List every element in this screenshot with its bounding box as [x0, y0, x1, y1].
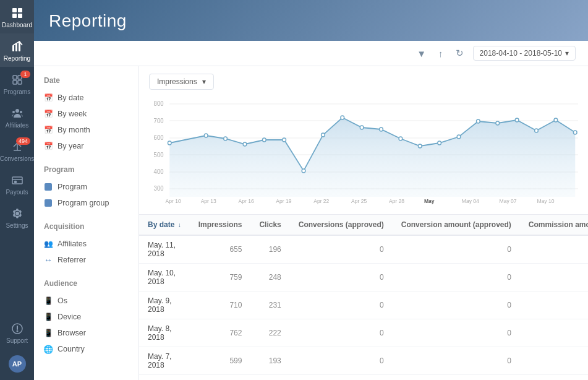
cell-date: May. 10, 2018: [139, 264, 190, 291]
date-range-button[interactable]: 2018-04-10 - 2018-05-10 ▾: [473, 46, 576, 61]
svg-point-42: [380, 127, 383, 131]
svg-point-13: [12, 111, 15, 113]
svg-rect-10: [13, 80, 17, 84]
svg-point-38: [302, 169, 305, 173]
col-conv-amount[interactable]: Conversion amount (approved): [393, 215, 520, 235]
table-row: May. 10, 2018 759 248 0 0 0: [139, 264, 588, 291]
people-icon: 👥: [44, 240, 53, 248]
svg-point-35: [243, 142, 247, 146]
svg-rect-15: [12, 177, 22, 184]
panel-item-device[interactable]: 📱 Device: [34, 309, 138, 325]
toolbar: ▼ ↑ ↻ 2018-04-10 - 2018-05-10 ▾: [34, 41, 588, 66]
cell-impressions: 762: [190, 319, 251, 347]
cell-comm-amount: 0: [520, 347, 588, 375]
cell-clicks: 193: [250, 347, 289, 375]
col-comm-amount[interactable]: Commission amount (approved): [520, 215, 588, 235]
svg-rect-8: [13, 76, 17, 79]
panel-item-country[interactable]: 🌐 Country: [34, 341, 138, 357]
svg-point-40: [341, 116, 344, 119]
chart-area: Impressions ▾ 800 700: [139, 66, 588, 215]
sidebar-item-dashboard[interactable]: Dashboard: [0, 0, 34, 33]
panel-item-label: By date: [58, 93, 83, 102]
col-clicks[interactable]: Clicks: [250, 215, 289, 235]
svg-text:500: 500: [154, 152, 164, 158]
panel-item-os[interactable]: 📱 Os: [34, 293, 138, 309]
table-header-row: By date ↓ Impressions Clicks Conversions…: [139, 215, 588, 235]
svg-text:May 10: May 10: [537, 198, 554, 204]
cell-conv-amount: 0: [393, 264, 520, 291]
cell-conv-amount: 0: [393, 235, 520, 264]
filter-icon[interactable]: ▼: [414, 46, 429, 61]
panel-item-by-date[interactable]: 📅 By date: [34, 90, 138, 106]
panel-item-by-month[interactable]: 📅 By month: [34, 122, 138, 138]
cell-comm-amount: 0: [520, 235, 588, 264]
globe-icon: 🌐: [44, 345, 53, 353]
payouts-icon: [11, 173, 24, 187]
cell-date: May. 7, 2018: [139, 347, 190, 375]
sidebar-item-conversions[interactable]: 494 Conversions: [0, 134, 34, 167]
panel-item-label: Program group: [58, 199, 109, 207]
sidebar-item-affiliates[interactable]: Affiliates: [0, 100, 34, 134]
sidebar-item-payouts[interactable]: Payouts: [0, 167, 34, 201]
avatar: AP: [9, 355, 26, 373]
dropdown-chevron-icon: ▾: [202, 77, 206, 86]
user-avatar-item[interactable]: AP: [0, 349, 34, 380]
sidebar-item-label: Dashboard: [2, 22, 32, 28]
svg-point-52: [573, 131, 577, 134]
svg-point-51: [554, 118, 558, 122]
cell-conv-amount: 0: [393, 347, 520, 375]
col-date[interactable]: By date ↓: [139, 215, 190, 235]
panel-item-label: Device: [58, 313, 81, 321]
sidebar-item-label: Programs: [4, 89, 30, 95]
svg-text:Apr 22: Apr 22: [313, 198, 329, 204]
panel-item-label: Country: [58, 345, 85, 353]
panel-item-program[interactable]: Program: [34, 179, 138, 195]
impressions-dropdown[interactable]: Impressions ▾: [149, 74, 214, 90]
sidebar-item-label: Support: [6, 337, 28, 344]
panel-item-by-year[interactable]: 📅 By year: [34, 138, 138, 154]
svg-point-46: [457, 135, 461, 139]
cell-impressions: 655: [190, 235, 251, 264]
panel-item-affiliates[interactable]: 👥 Affiliates: [34, 236, 138, 252]
cell-impressions: 759: [190, 264, 251, 291]
svg-text:Apr 25: Apr 25: [351, 198, 367, 204]
panel-item-by-week[interactable]: 📅 By week: [34, 106, 138, 122]
col-impressions[interactable]: Impressions: [190, 215, 251, 235]
refresh-icon[interactable]: ↻: [453, 46, 467, 61]
panel-item-label: By year: [58, 142, 83, 150]
conversions-badge: 494: [16, 137, 30, 145]
table-row: May. 11, 2018 655 196 0 0 0: [139, 235, 588, 264]
sidebar: Dashboard Reporting 1 Programs: [0, 0, 34, 380]
col-conversions[interactable]: Conversions (approved): [290, 215, 393, 235]
svg-point-17: [14, 181, 16, 183]
table-row: May. 8, 2018 762 222 0 0 0: [139, 319, 588, 347]
sidebar-item-programs[interactable]: 1 Programs: [0, 67, 34, 100]
svg-point-12: [15, 109, 19, 113]
panel-item-browser[interactable]: 📱 Browser: [34, 325, 138, 341]
chevron-down-icon: ▾: [565, 49, 569, 58]
svg-point-48: [496, 121, 500, 125]
program-section-title: Program: [34, 165, 138, 179]
svg-point-33: [204, 134, 208, 137]
sidebar-item-label: Conversions: [0, 155, 34, 162]
upload-icon[interactable]: ↑: [435, 46, 446, 61]
svg-rect-3: [18, 14, 22, 18]
calendar-icon: 📅: [44, 142, 53, 150]
chart-container: 800 700 600 500 400 300: [149, 95, 578, 209]
svg-text:800: 800: [154, 100, 164, 107]
panel-item-program-group[interactable]: Program group: [34, 195, 138, 211]
svg-text:Apr 28: Apr 28: [389, 198, 404, 204]
panel-item-referrer[interactable]: ↔ Referrer: [34, 252, 138, 268]
sidebar-item-support[interactable]: Support: [0, 316, 34, 349]
program-group-icon: [44, 199, 53, 207]
reporting-icon: [11, 40, 24, 53]
cell-conv: 0: [290, 347, 393, 375]
acquisition-section-title: Acquisition: [34, 222, 138, 236]
settings-icon: [11, 207, 24, 220]
table-body: May. 11, 2018 655 196 0 0 0 May. 10, 201…: [139, 235, 588, 380]
page-header: Reporting: [34, 0, 588, 41]
sidebar-item-settings[interactable]: Settings: [0, 201, 34, 234]
cell-comm-amount: 0: [520, 291, 588, 319]
mobile-icon: 📱: [44, 296, 53, 305]
sidebar-item-reporting[interactable]: Reporting: [0, 33, 34, 67]
